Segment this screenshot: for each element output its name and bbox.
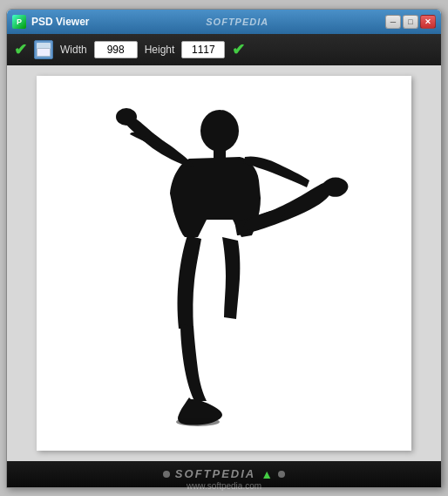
status-dot-right: [278, 471, 285, 478]
status-dot-left: [163, 471, 170, 478]
status-arrow-icon: ▲: [261, 467, 273, 481]
title-bar: P PSD Viewer SOFTPEDIA ─ □ ✕: [7, 10, 441, 34]
image-container: [37, 76, 411, 451]
svg-rect-1: [214, 148, 226, 159]
toolbar: ✔ Width Height ✔: [7, 34, 441, 65]
check-right-icon[interactable]: ✔: [232, 40, 245, 59]
height-input[interactable]: [181, 41, 225, 58]
window-title: PSD Viewer: [31, 16, 89, 28]
width-label: Width: [60, 44, 87, 56]
width-input[interactable]: [94, 41, 138, 58]
canvas-area: [7, 65, 441, 461]
title-bar-buttons: ─ □ ✕: [385, 15, 436, 29]
status-bar: SOFTPEDIA ▲ www.softpedia.com: [7, 461, 441, 487]
save-floppy-icon[interactable]: [34, 40, 53, 59]
height-label: Height: [145, 44, 175, 56]
app-icon: P: [12, 15, 26, 29]
check-left-icon[interactable]: ✔: [14, 40, 27, 59]
close-button[interactable]: ✕: [420, 15, 436, 29]
main-window: P PSD Viewer SOFTPEDIA ─ □ ✕ ✔ Width Hei…: [6, 9, 442, 488]
status-url: www.softpedia.com: [187, 481, 261, 488]
title-watermark: SOFTPEDIA: [89, 17, 385, 27]
minimize-button[interactable]: ─: [385, 15, 401, 29]
status-watermark: SOFTPEDIA: [175, 467, 255, 480]
svg-point-2: [116, 108, 137, 126]
karate-image: [93, 98, 355, 429]
svg-point-0: [200, 110, 239, 152]
maximize-button[interactable]: □: [403, 15, 418, 29]
svg-point-3: [176, 418, 220, 426]
title-bar-left: P PSD Viewer: [12, 15, 89, 29]
